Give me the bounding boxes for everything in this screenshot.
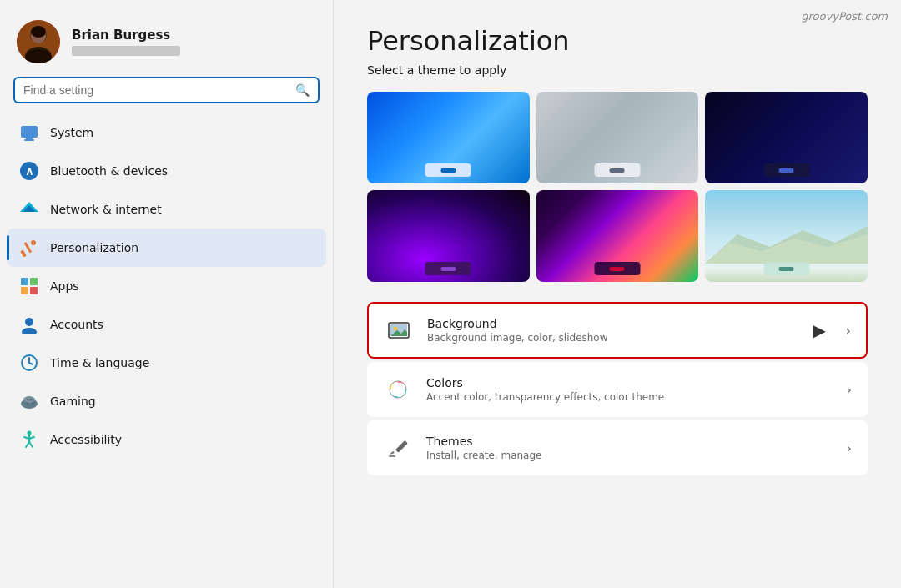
- svg-point-41: [394, 327, 398, 331]
- settings-item-title: Background: [427, 317, 833, 330]
- section-subtitle: Select a theme to apply: [367, 63, 868, 77]
- svg-line-36: [29, 442, 33, 447]
- search-input[interactable]: [23, 83, 289, 97]
- sidebar-item-accounts[interactable]: Accounts: [7, 305, 326, 344]
- accessibility-icon: [20, 430, 38, 449]
- sidebar-item-bluetooth[interactable]: ∧ Bluetooth & devices: [7, 152, 326, 190]
- svg-rect-47: [389, 455, 395, 457]
- theme-card-1[interactable]: [367, 92, 530, 183]
- svg-marker-46: [390, 451, 395, 455]
- background-icon: [384, 315, 414, 345]
- watermark: groovyPost.com: [801, 10, 888, 23]
- search-icon: 🔍: [295, 83, 310, 97]
- search-container: 🔍: [0, 77, 333, 113]
- svg-rect-16: [21, 278, 28, 285]
- settings-item-desc: Install, create, manage: [426, 450, 833, 461]
- svg-text:∧: ∧: [25, 165, 33, 178]
- sidebar-item-label: Time & language: [50, 356, 149, 369]
- chevron-right-icon: ›: [847, 440, 852, 456]
- settings-item-title: Themes: [426, 435, 833, 448]
- svg-rect-19: [30, 287, 38, 294]
- sidebar: Brian Burgess 🔍 Sys: [0, 0, 334, 588]
- sidebar-item-label: Personalization: [50, 241, 138, 254]
- theme-grid: [367, 92, 868, 282]
- svg-rect-8: [24, 139, 34, 141]
- user-section: Brian Burgess: [0, 0, 333, 77]
- network-icon: [20, 200, 38, 219]
- apps-icon: [20, 277, 38, 295]
- accounts-icon: [20, 315, 38, 334]
- theme-card-5[interactable]: [536, 190, 699, 282]
- personalization-icon: [20, 239, 38, 257]
- system-icon: [20, 123, 38, 142]
- svg-rect-45: [395, 440, 408, 453]
- sidebar-item-label: Network & internet: [50, 203, 162, 216]
- theme-card-6[interactable]: [705, 190, 868, 282]
- settings-list: Background Background image, color, slid…: [367, 302, 868, 475]
- chevron-right-icon: ›: [847, 382, 852, 398]
- svg-rect-6: [21, 126, 38, 138]
- sidebar-item-label: Accessibility: [50, 433, 122, 446]
- sidebar-item-system[interactable]: System: [7, 113, 326, 152]
- svg-point-21: [22, 328, 37, 334]
- svg-point-29: [27, 399, 28, 400]
- svg-point-44: [395, 386, 401, 393]
- user-name: Brian Burgess: [72, 28, 180, 43]
- settings-item-text: Colors Accent color, transparency effect…: [426, 376, 833, 403]
- sidebar-item-label: Bluetooth & devices: [50, 164, 168, 178]
- search-box[interactable]: 🔍: [13, 77, 320, 103]
- settings-item-desc: Background image, color, slideshow: [427, 332, 833, 344]
- svg-point-15: [31, 240, 36, 245]
- nav-list: System ∧ Bluetooth & devices: [0, 113, 333, 588]
- sidebar-item-label: System: [50, 126, 93, 139]
- settings-item-text: Themes Install, create, manage: [426, 435, 833, 461]
- svg-rect-14: [24, 242, 33, 254]
- settings-item-text: Background Background image, color, slid…: [427, 317, 833, 344]
- page-title: Personalization: [367, 25, 868, 57]
- svg-point-20: [25, 318, 33, 326]
- svg-rect-7: [26, 138, 33, 139]
- settings-item-colors[interactable]: Colors Accent color, transparency effect…: [367, 362, 868, 417]
- app-container: groovyPost.com Brian Burgess: [0, 0, 901, 588]
- svg-rect-17: [30, 278, 38, 285]
- sidebar-item-accessibility[interactable]: Accessibility: [7, 420, 326, 459]
- bluetooth-icon: ∧: [20, 162, 38, 180]
- theme-card-4[interactable]: [367, 190, 530, 282]
- svg-point-28: [23, 396, 35, 403]
- svg-point-30: [30, 399, 32, 400]
- sidebar-item-network[interactable]: Network & internet: [7, 190, 326, 229]
- gaming-icon: [20, 392, 38, 410]
- user-email-blur: [72, 46, 180, 56]
- theme-card-2[interactable]: [536, 92, 699, 183]
- sidebar-item-label: Gaming: [50, 395, 96, 408]
- chevron-right-icon: ›: [846, 323, 851, 339]
- svg-rect-18: [21, 287, 28, 294]
- avatar[interactable]: [17, 20, 60, 63]
- colors-icon: [383, 374, 413, 405]
- sidebar-item-gaming[interactable]: Gaming: [7, 382, 326, 420]
- sidebar-item-label: Apps: [50, 279, 79, 293]
- settings-item-desc: Accent color, transparency effects, colo…: [426, 391, 833, 403]
- settings-item-background[interactable]: Background Background image, color, slid…: [367, 302, 868, 359]
- time-icon: [20, 354, 38, 372]
- svg-point-4: [31, 26, 46, 38]
- svg-rect-13: [20, 250, 26, 257]
- sidebar-item-personalization[interactable]: Personalization: [7, 229, 326, 267]
- sidebar-item-time[interactable]: Time & language: [7, 344, 326, 382]
- theme-card-3[interactable]: [705, 92, 868, 183]
- svg-line-24: [29, 363, 33, 364]
- user-info: Brian Burgess: [72, 28, 180, 56]
- sidebar-item-label: Accounts: [50, 318, 103, 331]
- sidebar-item-apps[interactable]: Apps: [7, 267, 326, 305]
- themes-icon: [383, 433, 413, 463]
- settings-item-themes[interactable]: Themes Install, create, manage ›: [367, 420, 868, 475]
- settings-item-title: Colors: [426, 376, 833, 389]
- main-content: Personalization Select a theme to apply: [334, 0, 901, 588]
